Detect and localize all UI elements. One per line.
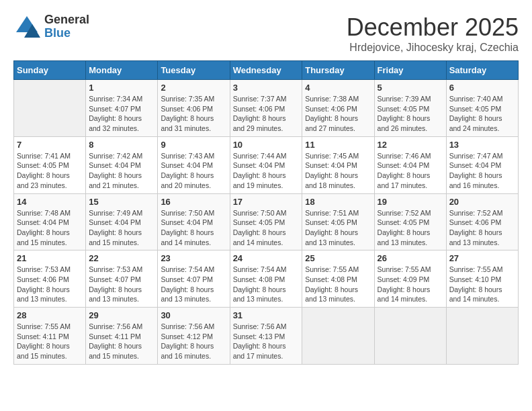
day-number: 3: [233, 83, 300, 93]
day-number: 7: [17, 140, 83, 150]
calendar-header: SundayMondayTuesdayWednesdayThursdayFrid…: [14, 61, 519, 80]
day-cell: [374, 308, 446, 365]
day-detail: Sunrise: 7:40 AMSunset: 4:05 PMDaylight:…: [449, 94, 515, 134]
day-detail: Sunrise: 7:54 AMSunset: 4:07 PMDaylight:…: [161, 265, 226, 304]
day-detail: Sunrise: 7:47 AMSunset: 4:04 PMDaylight:…: [449, 151, 515, 191]
day-cell: 10Sunrise: 7:44 AMSunset: 4:04 PMDayligh…: [230, 136, 302, 193]
day-number: 20: [449, 197, 515, 207]
day-cell: 29Sunrise: 7:56 AMSunset: 4:11 PMDayligh…: [86, 308, 158, 365]
day-cell: 27Sunrise: 7:55 AMSunset: 4:10 PMDayligh…: [446, 250, 518, 308]
day-detail: Sunrise: 7:38 AMSunset: 4:06 PMDaylight:…: [305, 94, 371, 134]
header-cell-monday: Monday: [86, 61, 158, 80]
week-row-4: 28Sunrise: 7:55 AMSunset: 4:11 PMDayligh…: [14, 308, 519, 365]
day-detail: Sunrise: 7:34 AMSunset: 4:07 PMDaylight:…: [89, 94, 154, 134]
day-number: 21: [17, 253, 83, 263]
day-cell: 12Sunrise: 7:46 AMSunset: 4:04 PMDayligh…: [374, 136, 446, 193]
day-detail: Sunrise: 7:37 AMSunset: 4:06 PMDaylight:…: [233, 94, 300, 134]
day-cell: 24Sunrise: 7:54 AMSunset: 4:08 PMDayligh…: [230, 250, 302, 308]
day-number: 16: [161, 197, 226, 207]
header-cell-saturday: Saturday: [446, 61, 518, 80]
day-number: 18: [305, 197, 371, 207]
day-detail: Sunrise: 7:55 AMSunset: 4:08 PMDaylight:…: [305, 265, 371, 304]
logo-text: General Blue: [44, 13, 89, 40]
day-cell: 31Sunrise: 7:56 AMSunset: 4:13 PMDayligh…: [230, 308, 302, 365]
day-detail: Sunrise: 7:55 AMSunset: 4:09 PMDaylight:…: [378, 265, 443, 304]
day-cell: 23Sunrise: 7:54 AMSunset: 4:07 PMDayligh…: [158, 250, 230, 308]
logo-general: General: [44, 13, 89, 27]
day-number: 15: [89, 197, 154, 207]
logo-icon: [13, 13, 40, 40]
day-cell: 3Sunrise: 7:37 AMSunset: 4:06 PMDaylight…: [230, 80, 302, 137]
day-detail: Sunrise: 7:35 AMSunset: 4:06 PMDaylight:…: [161, 94, 226, 134]
day-cell: 9Sunrise: 7:43 AMSunset: 4:04 PMDaylight…: [158, 136, 230, 193]
day-detail: Sunrise: 7:39 AMSunset: 4:05 PMDaylight:…: [378, 94, 443, 134]
header-cell-sunday: Sunday: [14, 61, 86, 80]
title-area: December 2025 Hrdejovice, Jihocesky kraj…: [347, 13, 519, 54]
day-number: 22: [89, 253, 154, 263]
header-cell-friday: Friday: [374, 61, 446, 80]
day-cell: 15Sunrise: 7:49 AMSunset: 4:04 PMDayligh…: [86, 193, 158, 250]
day-cell: 28Sunrise: 7:55 AMSunset: 4:11 PMDayligh…: [14, 308, 86, 365]
day-number: 8: [89, 140, 154, 150]
day-cell: 11Sunrise: 7:45 AMSunset: 4:04 PMDayligh…: [302, 136, 374, 193]
logo-blue: Blue: [44, 27, 89, 40]
day-detail: Sunrise: 7:56 AMSunset: 4:13 PMDaylight:…: [233, 322, 300, 361]
day-number: 28: [17, 310, 83, 320]
day-detail: Sunrise: 7:49 AMSunset: 4:04 PMDaylight:…: [89, 208, 154, 248]
day-number: 31: [233, 310, 300, 320]
day-cell: 5Sunrise: 7:39 AMSunset: 4:05 PMDaylight…: [374, 80, 446, 137]
day-detail: Sunrise: 7:46 AMSunset: 4:04 PMDaylight:…: [378, 151, 443, 191]
day-detail: Sunrise: 7:48 AMSunset: 4:04 PMDaylight:…: [17, 208, 83, 248]
day-cell: 7Sunrise: 7:41 AMSunset: 4:05 PMDaylight…: [14, 136, 86, 193]
header-cell-wednesday: Wednesday: [230, 61, 302, 80]
day-number: 4: [305, 83, 371, 93]
day-cell: 6Sunrise: 7:40 AMSunset: 4:05 PMDaylight…: [446, 80, 518, 137]
day-detail: Sunrise: 7:54 AMSunset: 4:08 PMDaylight:…: [233, 265, 300, 304]
day-number: 19: [378, 197, 443, 207]
week-row-2: 14Sunrise: 7:48 AMSunset: 4:04 PMDayligh…: [14, 193, 519, 250]
day-cell: 30Sunrise: 7:56 AMSunset: 4:12 PMDayligh…: [158, 308, 230, 365]
month-title: December 2025: [347, 13, 519, 42]
day-number: 14: [17, 197, 83, 207]
day-number: 17: [233, 197, 300, 207]
day-detail: Sunrise: 7:52 AMSunset: 4:06 PMDaylight:…: [449, 208, 515, 248]
day-number: 2: [161, 83, 226, 93]
day-cell: 17Sunrise: 7:50 AMSunset: 4:05 PMDayligh…: [230, 193, 302, 250]
day-cell: 4Sunrise: 7:38 AMSunset: 4:06 PMDaylight…: [302, 80, 374, 137]
day-cell: 14Sunrise: 7:48 AMSunset: 4:04 PMDayligh…: [14, 193, 86, 250]
page-header: General Blue December 2025 Hrdejovice, J…: [13, 13, 519, 54]
day-number: 23: [161, 253, 226, 263]
day-cell: 13Sunrise: 7:47 AMSunset: 4:04 PMDayligh…: [446, 136, 518, 193]
day-cell: 19Sunrise: 7:52 AMSunset: 4:05 PMDayligh…: [374, 193, 446, 250]
day-cell: 21Sunrise: 7:53 AMSunset: 4:06 PMDayligh…: [14, 250, 86, 308]
day-cell: 18Sunrise: 7:51 AMSunset: 4:05 PMDayligh…: [302, 193, 374, 250]
day-detail: Sunrise: 7:56 AMSunset: 4:12 PMDaylight:…: [161, 322, 226, 361]
calendar-body: 1Sunrise: 7:34 AMSunset: 4:07 PMDaylight…: [14, 80, 519, 365]
day-detail: Sunrise: 7:50 AMSunset: 4:05 PMDaylight:…: [233, 208, 300, 248]
day-detail: Sunrise: 7:53 AMSunset: 4:07 PMDaylight:…: [89, 265, 154, 304]
day-detail: Sunrise: 7:41 AMSunset: 4:05 PMDaylight:…: [17, 151, 83, 191]
logo: General Blue: [13, 13, 89, 40]
week-row-1: 7Sunrise: 7:41 AMSunset: 4:05 PMDaylight…: [14, 136, 519, 193]
day-number: 1: [89, 83, 154, 93]
header-cell-tuesday: Tuesday: [158, 61, 230, 80]
day-cell: 22Sunrise: 7:53 AMSunset: 4:07 PMDayligh…: [86, 250, 158, 308]
week-row-0: 1Sunrise: 7:34 AMSunset: 4:07 PMDaylight…: [14, 80, 519, 137]
header-cell-thursday: Thursday: [302, 61, 374, 80]
day-number: 29: [89, 310, 154, 320]
day-detail: Sunrise: 7:42 AMSunset: 4:04 PMDaylight:…: [89, 151, 154, 191]
day-number: 6: [449, 83, 515, 93]
day-number: 5: [378, 83, 443, 93]
day-detail: Sunrise: 7:43 AMSunset: 4:04 PMDaylight:…: [161, 151, 226, 191]
day-detail: Sunrise: 7:51 AMSunset: 4:05 PMDaylight:…: [305, 208, 371, 248]
day-number: 30: [161, 310, 226, 320]
day-cell: 8Sunrise: 7:42 AMSunset: 4:04 PMDaylight…: [86, 136, 158, 193]
day-number: 12: [378, 140, 443, 150]
day-cell: [446, 308, 518, 365]
day-detail: Sunrise: 7:53 AMSunset: 4:06 PMDaylight:…: [17, 265, 83, 304]
day-detail: Sunrise: 7:44 AMSunset: 4:04 PMDaylight:…: [233, 151, 300, 191]
day-detail: Sunrise: 7:52 AMSunset: 4:05 PMDaylight:…: [378, 208, 443, 248]
day-detail: Sunrise: 7:55 AMSunset: 4:11 PMDaylight:…: [17, 322, 83, 361]
day-cell: 2Sunrise: 7:35 AMSunset: 4:06 PMDaylight…: [158, 80, 230, 137]
day-cell: 16Sunrise: 7:50 AMSunset: 4:04 PMDayligh…: [158, 193, 230, 250]
